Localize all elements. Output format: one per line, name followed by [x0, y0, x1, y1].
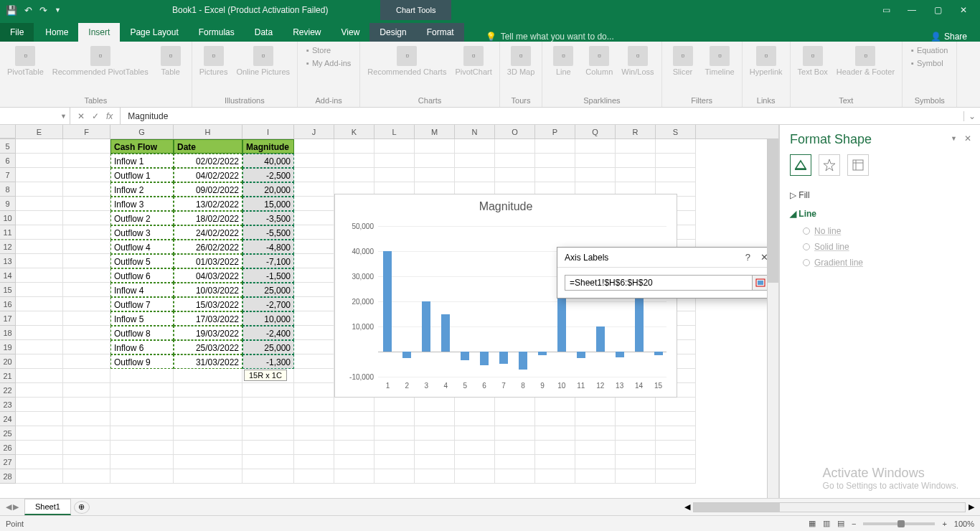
line-option-no-line[interactable]: No line — [790, 223, 970, 239]
tab-formulas[interactable]: Formulas — [189, 23, 245, 42]
row-header-18[interactable]: 18 — [0, 326, 16, 340]
row-header-17[interactable]: 17 — [0, 311, 16, 326]
table-button[interactable]: ▫Table — [156, 44, 186, 77]
cell-H23[interactable] — [174, 398, 242, 412]
win-loss-button[interactable]: ▫Win/Loss — [620, 44, 655, 77]
column-header-L[interactable]: L — [374, 125, 415, 138]
cell-J7[interactable] — [294, 168, 334, 182]
chart-bar-3[interactable] — [422, 301, 430, 352]
column-header-N[interactable]: N — [455, 125, 495, 138]
cell-L23[interactable] — [374, 398, 415, 412]
cell-E9[interactable] — [16, 197, 63, 211]
row-header-13[interactable]: 13 — [0, 254, 16, 268]
save-icon[interactable]: 💾 — [6, 5, 17, 16]
cell-I19[interactable]: 25,000 — [242, 340, 294, 354]
cell-G20[interactable]: Outflow 9 — [110, 354, 174, 369]
cell-P24[interactable] — [535, 412, 575, 426]
cell-R27[interactable] — [616, 455, 656, 469]
page-layout-icon[interactable]: ▥ — [823, 519, 830, 528]
row-header-25[interactable]: 25 — [0, 426, 16, 441]
cell-F27[interactable] — [63, 455, 110, 469]
cell-G7[interactable]: Outflow 1 — [110, 168, 174, 182]
hscroll-left-icon[interactable]: ◀ — [684, 502, 690, 512]
cell-G16[interactable]: Outflow 7 — [110, 297, 174, 311]
cell-M6[interactable] — [415, 154, 455, 168]
cell-E6[interactable] — [16, 154, 63, 168]
cell-H10[interactable]: 18/02/2022 — [174, 211, 242, 225]
cell-L26[interactable] — [374, 441, 415, 455]
header-footer-button[interactable]: ▫Header & Footer — [835, 44, 896, 77]
cell-Q23[interactable] — [575, 398, 616, 412]
cell-G8[interactable]: Inflow 2 — [110, 182, 174, 197]
row-header-15[interactable]: 15 — [0, 283, 16, 297]
cell-J13[interactable] — [294, 254, 334, 268]
hscroll-right-icon[interactable]: ▶ — [969, 502, 974, 512]
cell-I14[interactable]: -1,500 — [242, 268, 294, 283]
cell-J10[interactable] — [294, 211, 334, 225]
cell-H24[interactable] — [174, 412, 242, 426]
chart-bar-15[interactable] — [654, 352, 663, 355]
3d-map-button[interactable]: ▫3D Map — [506, 44, 537, 77]
cell-L7[interactable] — [374, 168, 415, 182]
cell-K28[interactable] — [334, 469, 374, 484]
cell-J14[interactable] — [294, 268, 334, 283]
symbol-button[interactable]: ▪ Symbol — [908, 57, 951, 69]
size-tab-icon[interactable] — [847, 154, 869, 176]
line-section[interactable]: ◢ Line — [790, 205, 970, 223]
cell-J26[interactable] — [294, 441, 334, 455]
cell-E26[interactable] — [16, 441, 63, 455]
vertical-scrollbar[interactable] — [767, 139, 778, 498]
cell-M23[interactable] — [415, 398, 455, 412]
share-button[interactable]: 👤 Share — [930, 32, 980, 42]
undo-icon[interactable]: ↶ — [24, 5, 32, 16]
cell-M28[interactable] — [415, 469, 455, 484]
text-box-button[interactable]: ▫Text Box — [796, 44, 829, 77]
cell-E10[interactable] — [16, 211, 63, 225]
column-header-F[interactable]: F — [63, 125, 110, 138]
cell-M26[interactable] — [415, 441, 455, 455]
cell-I15[interactable]: 25,000 — [242, 283, 294, 297]
row-header-12[interactable]: 12 — [0, 240, 16, 254]
cell-G17[interactable]: Inflow 5 — [110, 311, 174, 326]
cell-S7[interactable] — [656, 168, 696, 182]
ribbon-options-icon[interactable]: ▭ — [880, 5, 892, 15]
cell-I17[interactable]: 10,000 — [242, 311, 294, 326]
cell-F8[interactable] — [63, 182, 110, 197]
tell-me-search[interactable]: 💡 Tell me what you want to do... — [486, 32, 614, 42]
confirm-icon[interactable]: ✓ — [92, 111, 99, 121]
row-header-7[interactable]: 7 — [0, 168, 16, 182]
cell-K24[interactable] — [334, 412, 374, 426]
cell-Q25[interactable] — [575, 426, 616, 441]
cell-N6[interactable] — [455, 154, 495, 168]
tab-data[interactable]: Data — [245, 23, 283, 42]
online-pictures-button[interactable]: ▫Online Pictures — [235, 44, 291, 77]
chart-bar-4[interactable] — [441, 314, 450, 352]
cell-K25[interactable] — [334, 426, 374, 441]
chart-bar-8[interactable] — [519, 352, 527, 370]
chart-bar-13[interactable] — [616, 352, 624, 357]
cell-H17[interactable]: 17/03/2022 — [174, 311, 242, 326]
zoom-slider[interactable] — [863, 522, 935, 525]
pictures-button[interactable]: ▫Pictures — [198, 44, 230, 77]
slicer-button[interactable]: ▫Slicer — [668, 44, 698, 77]
cell-E13[interactable] — [16, 254, 63, 268]
cell-E28[interactable] — [16, 469, 63, 484]
cell-J24[interactable] — [294, 412, 334, 426]
zoom-in-icon[interactable]: + — [942, 520, 946, 528]
cell-R24[interactable] — [616, 412, 656, 426]
column-header-K[interactable]: K — [334, 125, 374, 138]
cell-Q24[interactable] — [575, 412, 616, 426]
cell-L25[interactable] — [374, 426, 415, 441]
cell-H9[interactable]: 13/02/2022 — [174, 197, 242, 211]
cell-O7[interactable] — [495, 168, 535, 182]
column-header-R[interactable]: R — [616, 125, 656, 138]
cell-I20[interactable]: -1,300 — [242, 354, 294, 369]
cell-I13[interactable]: -7,100 — [242, 254, 294, 268]
timeline-button[interactable]: ▫Timeline — [704, 44, 736, 77]
pivotchart-button[interactable]: ▫PivotChart — [453, 44, 493, 77]
formula-input[interactable]: Magnitude — [121, 111, 963, 121]
row-header-23[interactable]: 23 — [0, 398, 16, 412]
cell-H18[interactable]: 19/03/2022 — [174, 326, 242, 340]
cell-I16[interactable]: -2,700 — [242, 297, 294, 311]
cell-I7[interactable]: -2,500 — [242, 168, 294, 182]
